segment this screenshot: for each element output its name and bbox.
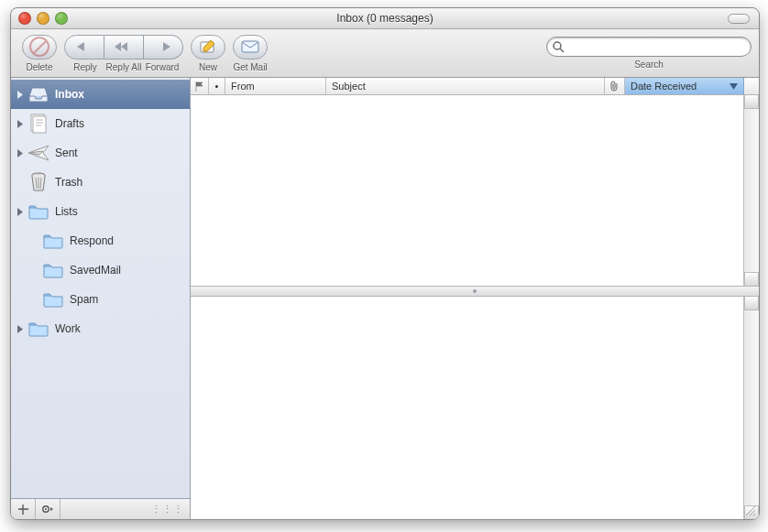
svg-line-3: [560, 49, 564, 52]
zoom-button[interactable]: [55, 12, 68, 25]
col-subject[interactable]: Subject: [326, 78, 605, 94]
search-label: Search: [634, 60, 664, 70]
sidebar-item-spam[interactable]: Spam: [11, 285, 190, 314]
get-mail-button[interactable]: [233, 35, 268, 60]
sidebar-item-label: Sent: [55, 147, 78, 159]
sidebar-item-respond[interactable]: Respond: [11, 226, 190, 255]
svg-rect-5: [33, 116, 46, 133]
resize-grip-icon[interactable]: [744, 505, 757, 517]
sidebar-item-lists[interactable]: Lists: [11, 197, 190, 226]
toolbar-toggle-button[interactable]: [728, 14, 750, 24]
app-window: Inbox (0 messages) Delete R: [10, 7, 760, 520]
drafts-icon: [27, 113, 49, 135]
compose-icon: [200, 39, 216, 54]
sidebar-item-label: Work: [55, 322, 81, 335]
trash-icon: [27, 171, 49, 193]
plus-icon: [18, 505, 28, 515]
gear-icon: [41, 504, 54, 515]
col-flag[interactable]: [191, 78, 209, 94]
svg-point-2: [554, 42, 561, 49]
titlebar[interactable]: Inbox (0 messages): [11, 8, 759, 29]
message-list-scrollbar[interactable]: [743, 95, 759, 286]
disclosure-triangle-icon[interactable]: [15, 149, 26, 157]
preview-splitter[interactable]: [191, 286, 759, 297]
reply-segment: [64, 35, 183, 60]
folder-icon: [42, 288, 64, 310]
reply-label: Reply: [66, 62, 104, 72]
sidebar-item-label: Lists: [55, 205, 78, 218]
col-attachment[interactable]: [605, 78, 625, 94]
svg-point-14: [45, 508, 47, 510]
sent-icon: [27, 142, 49, 164]
main-split: InboxDraftsSentTrashListsRespondSavedMai…: [11, 78, 759, 519]
col-status[interactable]: •: [209, 78, 225, 94]
col-date-received[interactable]: Date Received: [625, 78, 744, 94]
content-area: • From Subject Date Received: [191, 78, 759, 519]
disclosure-triangle-icon[interactable]: [15, 208, 26, 216]
sidebar-item-drafts[interactable]: Drafts: [11, 109, 190, 138]
folder-icon: [27, 318, 49, 340]
new-label: New: [199, 62, 217, 72]
reply-icon: [76, 41, 93, 52]
disclosure-triangle-icon[interactable]: [15, 120, 26, 128]
sidebar-footer: ⋮⋮⋮: [11, 498, 190, 519]
col-from[interactable]: From: [225, 78, 326, 94]
svg-rect-1: [242, 41, 258, 52]
sidebar-item-inbox[interactable]: Inbox: [11, 80, 190, 109]
column-headers: • From Subject Date Received: [191, 78, 759, 95]
sidebar-item-sent[interactable]: Sent: [11, 138, 190, 168]
folder-icon: [42, 259, 64, 281]
sidebar-item-label: Trash: [55, 176, 82, 189]
folder-icon: [27, 201, 49, 223]
message-preview: [191, 297, 759, 519]
reply-all-icon: [114, 41, 134, 52]
toolbar: Delete Reply Reply All Forward: [11, 29, 759, 78]
sidebar-item-savedmail[interactable]: SavedMail: [11, 255, 190, 285]
forward-button[interactable]: [144, 35, 183, 60]
message-list[interactable]: [191, 95, 759, 286]
get-mail-icon: [241, 40, 259, 53]
sidebar-item-label: Drafts: [55, 117, 84, 130]
search-input[interactable]: [568, 40, 745, 53]
paperclip-icon: [609, 81, 620, 92]
flag-icon: [195, 81, 204, 92]
forward-icon: [155, 41, 171, 52]
sidebar-item-work[interactable]: Work: [11, 314, 190, 343]
sidebar-item-label: SavedMail: [70, 264, 121, 277]
delete-icon: [29, 37, 49, 57]
sidebar-item-label: Respond: [70, 234, 114, 247]
sidebar: InboxDraftsSentTrashListsRespondSavedMai…: [11, 78, 191, 519]
sort-descending-icon: [730, 83, 738, 90]
close-button[interactable]: [18, 12, 31, 25]
delete-label: Delete: [27, 62, 53, 72]
disclosure-triangle-icon[interactable]: [15, 91, 26, 99]
sidebar-item-label: Spam: [70, 293, 98, 306]
inbox-icon: [27, 83, 49, 105]
preview-scrollbar[interactable]: [743, 297, 759, 519]
traffic-lights: [18, 12, 68, 25]
search-icon: [553, 41, 565, 53]
window-title: Inbox (0 messages): [11, 12, 759, 25]
reply-all-button[interactable]: [104, 35, 144, 60]
reply-button[interactable]: [64, 35, 104, 60]
minimize-button[interactable]: [37, 12, 49, 25]
new-message-button[interactable]: [191, 35, 225, 60]
forward-label: Forward: [143, 62, 181, 72]
reply-all-label: Reply All: [104, 62, 143, 72]
col-scroll-spacer: [744, 78, 759, 94]
get-mail-label: Get Mail: [233, 62, 267, 72]
folder-icon: [42, 230, 64, 252]
sidebar-item-label: Inbox: [55, 88, 84, 101]
status-dot-icon: •: [215, 81, 219, 92]
sidebar-item-trash[interactable]: Trash: [11, 168, 190, 197]
disclosure-triangle-icon[interactable]: [15, 325, 26, 333]
delete-button[interactable]: [22, 35, 57, 60]
search-field[interactable]: [546, 37, 752, 57]
action-menu-button[interactable]: [36, 499, 60, 519]
sidebar-resize-grip[interactable]: ⋮⋮⋮: [151, 504, 184, 516]
mailbox-list: InboxDraftsSentTrashListsRespondSavedMai…: [11, 78, 190, 498]
add-mailbox-button[interactable]: [11, 499, 36, 519]
